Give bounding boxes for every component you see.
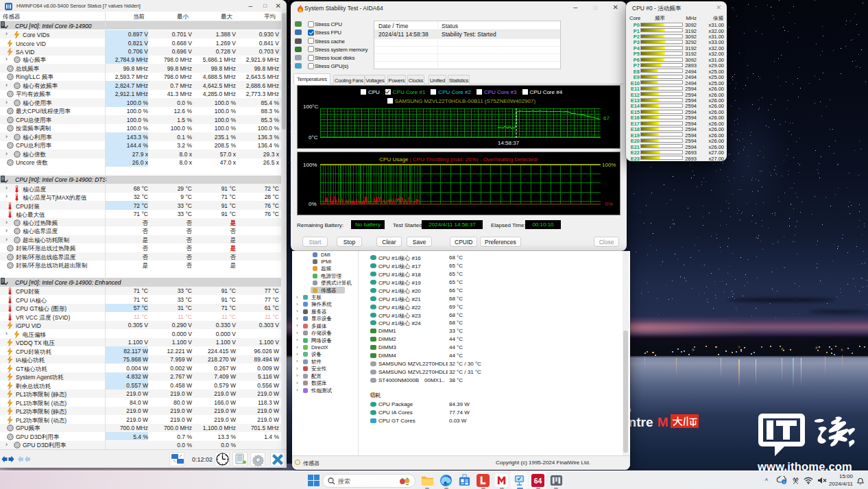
svg-text:i: i bbox=[784, 480, 784, 484]
svg-text:64: 64 bbox=[534, 477, 542, 485]
